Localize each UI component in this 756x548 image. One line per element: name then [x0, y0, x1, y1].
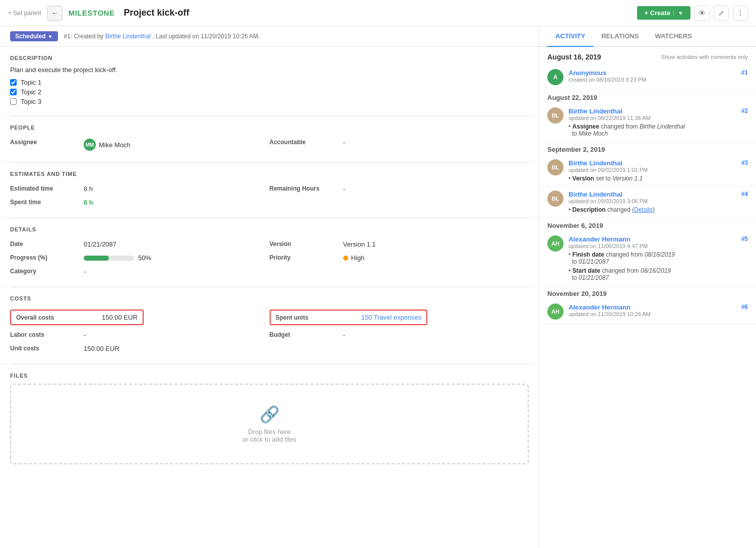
activity-num-5: #5: [741, 235, 748, 243]
description-title: DESCRIPTION: [10, 55, 529, 61]
create-button-label: + Create: [644, 9, 670, 17]
right-panel: ACTIVITY RELATIONS WATCHERS August 16, 2…: [539, 26, 756, 548]
topic1-checkbox[interactable]: [10, 79, 17, 86]
spent-time-label: Spent time: [10, 199, 76, 206]
costs-section: COSTS Overall costs 150.00 EUR Spent uni…: [0, 287, 539, 364]
progress-row: Progress (%) 50%: [10, 251, 270, 265]
activity-time-2: updated on 08/22/2019 11:36 AM: [569, 115, 748, 121]
spent-time-row: Spent time 6 h: [10, 196, 270, 209]
status-dropdown-arrow: ▼: [48, 34, 53, 39]
progress-text: 50%: [138, 254, 151, 262]
people-grid: Assignee MM Mike Moch Accountable -: [10, 136, 529, 154]
activity-detail-5b: • Start date changed from 08/16/2019 to …: [569, 267, 748, 281]
accountable-row: Accountable -: [270, 136, 529, 154]
eye-button[interactable]: 👁: [695, 6, 710, 21]
activity-name-4[interactable]: Birthe Lindenthal: [569, 191, 622, 198]
status-info: #1: Created by Birthe Lindenthal . Last …: [64, 33, 260, 40]
left-panel: Scheduled ▼ #1: Created by Birthe Linden…: [0, 26, 539, 548]
people-section: PEOPLE Assignee MM Mike Moch Accountable…: [0, 116, 539, 162]
estimates-grid: Estimated time 8 h Remaining Hours - Spe…: [10, 182, 529, 209]
activity-name-3[interactable]: Birthe Lindenthal: [569, 159, 622, 167]
unit-costs-row: Unit costs 150.00 EUR: [10, 342, 270, 355]
labor-costs-value: -: [84, 331, 86, 339]
assignee-row: Assignee MM Mike Moch: [10, 136, 270, 154]
date-group-nov6: November 6, 2019: [539, 218, 756, 231]
estimated-time-value: 8 h: [84, 185, 93, 193]
show-comments-button[interactable]: Show activities with comments only: [661, 54, 748, 60]
expand-button[interactable]: ⤢: [714, 6, 729, 21]
details-section: DETAILS Date 01/21/2087 Version Version …: [0, 218, 539, 287]
remaining-hours-value: -: [343, 185, 345, 193]
estimated-time-row: Estimated time 8 h: [10, 182, 270, 196]
create-dropdown-arrow[interactable]: ▼: [673, 10, 683, 16]
top-bar-right: + Create ▼ 👁 ⤢ ⋮: [637, 6, 748, 21]
budget-label: Budget: [270, 331, 335, 338]
activity-time-3: updated on 09/02/2019 1:01 PM: [569, 167, 748, 173]
expand-icon: ⤢: [718, 9, 724, 17]
spent-time-value[interactable]: 6 h: [84, 199, 93, 206]
progress-bar-fill: [84, 256, 109, 261]
activity-content-6: Alexander Hermann #6 updated on 11/20/20…: [569, 303, 748, 317]
unit-costs-label: Unit costs: [10, 345, 76, 352]
version-value: Version 1.1: [343, 240, 376, 248]
status-badge[interactable]: Scheduled ▼: [10, 31, 58, 41]
details-grid: Date 01/21/2087 Version Version 1.1 Prog…: [10, 237, 529, 278]
activity-name-2[interactable]: Birthe Lindenthal: [569, 107, 622, 115]
activity-content-1: Anonymous #1 created on 08/16/2019 9:23 …: [569, 69, 748, 83]
files-title: FILES: [10, 373, 529, 379]
creator-link[interactable]: Birthe Lindenthal: [105, 33, 151, 40]
assignee-label: Assignee: [10, 139, 76, 146]
activity-num-6: #6: [741, 303, 748, 311]
budget-row: Budget -: [270, 328, 529, 342]
milestone-label: MILESTONE: [69, 9, 115, 17]
description-details-link[interactable]: Details: [634, 206, 653, 213]
labor-costs-label: Labor costs: [10, 331, 76, 338]
spent-units-label: Spent units: [276, 314, 341, 321]
activity-avatar-2: BL: [547, 107, 563, 124]
people-title: PEOPLE: [10, 125, 529, 131]
details-title: DETAILS: [10, 226, 529, 232]
costs-title: COSTS: [10, 295, 529, 301]
priority-value: High: [343, 254, 365, 262]
overall-costs-value: 150.00 EUR: [102, 314, 138, 321]
overall-costs-box: Overall costs 150.00 EUR: [10, 310, 144, 325]
files-section: FILES 🔗 Drop files here or click to add …: [0, 364, 539, 472]
topic2-checkbox[interactable]: [10, 89, 17, 95]
progress-bar-bg: [84, 256, 134, 261]
priority-label: Priority: [270, 254, 335, 261]
activity-item-4: BL Birthe Lindenthal #4 updated on 09/02…: [539, 187, 756, 218]
more-button[interactable]: ⋮: [733, 6, 748, 21]
back-button[interactable]: ←: [47, 6, 62, 21]
activity-avatar-1: A: [547, 69, 563, 85]
drop-zone[interactable]: 🔗 Drop files here or click to add files: [10, 384, 529, 464]
assignee-value: MM Mike Moch: [84, 139, 131, 151]
date-value: 01/21/2087: [84, 240, 116, 248]
activity-name-6[interactable]: Alexander Hermann: [569, 303, 631, 311]
version-row: Version Version 1.1: [270, 237, 529, 251]
set-parent-button[interactable]: + Set parent: [8, 10, 41, 17]
status-label: Scheduled: [15, 33, 46, 40]
tab-activity[interactable]: ACTIVITY: [547, 26, 593, 47]
topic3-checkbox[interactable]: [10, 98, 17, 105]
create-button[interactable]: + Create ▼: [637, 6, 690, 20]
activity-item-5: AH Alexander Hermann #5 updated on 11/06…: [539, 231, 756, 286]
activity-num-3: #3: [741, 159, 748, 167]
activity-content-2: Birthe Lindenthal #2 updated on 08/22/20…: [569, 107, 748, 137]
activity-num-2: #2: [741, 107, 748, 115]
tab-relations[interactable]: RELATIONS: [593, 26, 647, 47]
spent-units-value[interactable]: 150 Travel expenses: [361, 314, 422, 321]
activity-content-3: Birthe Lindenthal #3 updated on 09/02/20…: [569, 159, 748, 182]
activity-item-3: BL Birthe Lindenthal #3 updated on 09/02…: [539, 155, 756, 187]
description-section: DESCRIPTION Plan and execute the project…: [0, 47, 539, 116]
category-row: Category -: [10, 265, 270, 278]
date-group-aug22: August 22, 2019: [539, 90, 756, 103]
activity-name-5[interactable]: Alexander Hermann: [569, 235, 631, 243]
activity-item-6: AH Alexander Hermann #6 updated on 11/20…: [539, 299, 756, 324]
topic1-label: Topic 1: [21, 79, 41, 86]
activity-name-1[interactable]: Anonymous: [569, 69, 606, 77]
assignee-avatar: MM: [84, 139, 96, 151]
tab-watchers[interactable]: WATCHERS: [647, 26, 700, 47]
remaining-hours-row: Remaining Hours -: [270, 182, 529, 196]
unit-costs-value: 150.00 EUR: [84, 345, 119, 352]
activity-num-4: #4: [741, 191, 748, 198]
